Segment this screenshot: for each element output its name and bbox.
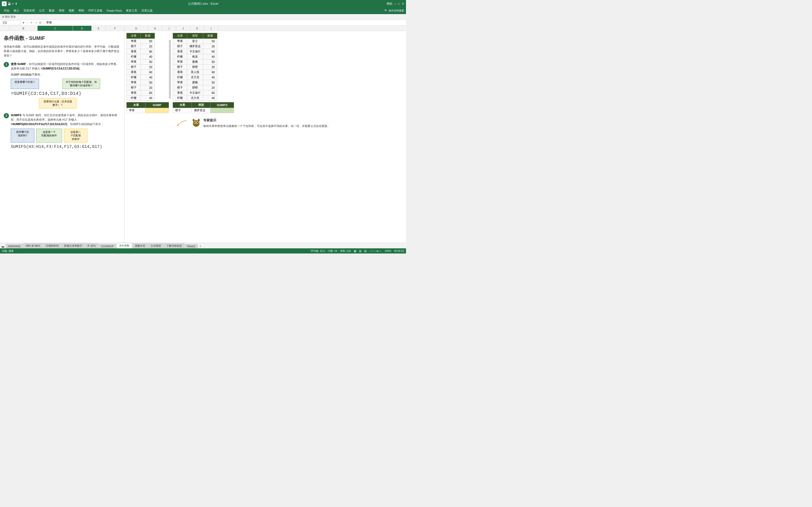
menu-powerpivot[interactable]: Power Pivot: [105, 8, 123, 13]
table2-fruit-cell: 橙子: [173, 44, 187, 49]
menu-data[interactable]: 数据: [47, 8, 56, 14]
menu-formula[interactable]: 公式: [37, 8, 47, 14]
table1-row[interactable]: 苹果50: [126, 59, 155, 64]
step1-formula: =SUMIF(C3:C14,C17,D3:D14): [11, 91, 120, 96]
search-label[interactable]: 操作说明搜索: [389, 9, 404, 12]
table1-row[interactable]: 柠檬40: [126, 75, 155, 80]
col-header-f[interactable]: F: [106, 26, 124, 31]
col-header-g[interactable]: G: [124, 26, 148, 31]
table2-type-cell: 尤力克: [187, 75, 203, 80]
table1-row[interactable]: 苹果50: [126, 39, 155, 44]
table2-row[interactable]: 橙子脐橙20: [173, 85, 217, 91]
name-box[interactable]: [2, 20, 21, 25]
table2-row[interactable]: 香蕉卡文迪什60: [173, 91, 217, 96]
table2-row[interactable]: 苹果蜜脆50: [173, 59, 217, 64]
table1-row[interactable]: 橙子20: [126, 85, 155, 91]
table1-row[interactable]: 柠檬40: [126, 96, 155, 101]
table2-fruit-cell: 香蕉: [173, 70, 187, 75]
result1-header-sumif: SUMIF: [145, 102, 169, 108]
minimize-btn[interactable]: ─: [394, 2, 396, 5]
tab-wizard[interactable]: 函数向导: [132, 243, 148, 248]
table2-fruit-cell: 柠檬: [173, 54, 187, 59]
col-header-d[interactable]: D: [73, 26, 92, 31]
view-layout[interactable]: ▤: [359, 249, 361, 252]
add-sheet-btn[interactable]: ＋: [198, 244, 203, 248]
table1-header-qty: 数量: [141, 33, 155, 39]
menu-pdf[interactable]: PDF工具集: [87, 8, 104, 14]
close-btn[interactable]: ✕: [402, 2, 404, 5]
col-header-k[interactable]: K: [190, 26, 204, 31]
menu-start[interactable]: 开始: [2, 8, 11, 14]
zoom-slider[interactable]: ────●──: [369, 249, 382, 252]
table1-row[interactable]: 橙子20: [126, 44, 155, 49]
tab-concat[interactable]: 联接文本和数字: [61, 243, 85, 248]
table1-fruit-cell: 橙子: [126, 85, 141, 91]
menu-pagelayout[interactable]: 页面布局: [21, 8, 37, 14]
menu-help[interactable]: 帮助: [77, 8, 86, 14]
tab-conditions[interactable]: 条件函数: [116, 243, 132, 248]
menu-review[interactable]: 审阅: [57, 8, 66, 14]
step1-spacer: [44, 78, 58, 89]
table1-row[interactable]: 香蕉60: [126, 49, 155, 54]
formula-input[interactable]: [45, 21, 404, 25]
tab-sheet1[interactable]: Sheet1: [185, 244, 198, 248]
col-header-j[interactable]: J: [176, 26, 190, 31]
table2-row[interactable]: 橙子脐橙20: [173, 64, 217, 70]
col-header-c[interactable]: C: [38, 26, 73, 31]
formula-dropdown[interactable]: ▼: [22, 21, 25, 24]
svg-point-8: [198, 119, 200, 122]
table2-type-cell: 粗皮: [187, 54, 203, 59]
sheet-nav-right[interactable]: ▶: [3, 245, 5, 248]
tab-average[interactable]: AVERAGE: [6, 244, 23, 248]
col-header-e[interactable]: E: [92, 26, 106, 31]
tab-errors[interactable]: 公式错误: [148, 243, 163, 248]
col-header-i[interactable]: I: [162, 26, 176, 31]
table2-row[interactable]: 橙子佛罗里达20: [173, 44, 217, 49]
col-header-h[interactable]: H: [148, 26, 162, 31]
table1-fruit-cell: 香蕉: [126, 91, 141, 96]
table2-fruit-cell: 香蕉: [173, 49, 187, 54]
tab-if[interactable]: IF 语句: [85, 243, 98, 248]
section-title: 条件函数 - SUMIF: [4, 35, 120, 42]
cancel-icon[interactable]: ✕: [30, 21, 33, 24]
maximize-btn[interactable]: □: [398, 2, 400, 5]
table2-row[interactable]: 柠檬尤力克40: [173, 75, 217, 80]
tab-minmax[interactable]: MIN 和 MAX: [23, 243, 43, 248]
table1-row[interactable]: 苹果50: [126, 80, 155, 85]
tab-datetime[interactable]: 日期和时间: [43, 243, 61, 248]
menu-insert[interactable]: 插入: [12, 8, 21, 14]
status-left: 功能: 调查: [2, 249, 14, 253]
table2-row[interactable]: 苹果富士50: [173, 39, 217, 44]
excel-icon: X: [2, 1, 7, 6]
spreadsheet-body: 条件函数 - SUMIF 使用条件函数，你可以根据给定条件或指定的条件对某区域内…: [0, 31, 406, 253]
menu-view[interactable]: 视图: [67, 8, 76, 14]
menu-moretools[interactable]: 更多工具: [124, 8, 139, 14]
view-normal[interactable]: ▦: [354, 249, 356, 252]
menu-baiduyun[interactable]: 百度云盘: [140, 8, 155, 14]
table2-row[interactable]: 柠檬尤力克40: [173, 96, 217, 101]
table1-row[interactable]: 香蕉60: [126, 70, 155, 75]
confirm-icon[interactable]: ✓: [35, 21, 37, 24]
table2-row[interactable]: 苹果蜜脆50: [173, 80, 217, 85]
step2-block: 2 SUMIFS 与 SUMIF 相同，但它允许你使用多个条件。因此在此示例中，…: [4, 113, 120, 149]
view-page[interactable]: ▥: [364, 249, 366, 252]
table1-qty-cell: 60: [141, 70, 155, 75]
col-header-b[interactable]: B: [9, 26, 38, 31]
table2-row[interactable]: 香蕉卡文迪什60: [173, 49, 217, 54]
step1-desc2: SUMIF 的结构如下所示：: [11, 73, 120, 77]
col-header-l[interactable]: L: [204, 26, 218, 31]
sheet-nav-left[interactable]: ◀: [1, 245, 3, 248]
tab-vlookup[interactable]: VLOOKUP: [98, 244, 116, 248]
tab-details[interactable]: 了解详细信息: [164, 243, 185, 248]
table1-row[interactable]: 香蕉60: [126, 91, 155, 96]
result2-header-sumifs: SUMIFS: [210, 102, 234, 108]
table2-row[interactable]: 香蕉美人指60: [173, 70, 217, 75]
table2-row[interactable]: 柠檬粗皮40: [173, 54, 217, 59]
table2-qty-cell: 20: [203, 44, 217, 49]
table1-row[interactable]: 柠檬40: [126, 54, 155, 59]
result1-fruit-cell: 苹果: [126, 108, 145, 113]
table1-row[interactable]: 橙子20: [126, 64, 155, 70]
table1-fruit-cell: 苹果: [126, 39, 141, 44]
scroll-indicator[interactable]: [169, 40, 171, 99]
step1-number: 1: [4, 62, 9, 67]
